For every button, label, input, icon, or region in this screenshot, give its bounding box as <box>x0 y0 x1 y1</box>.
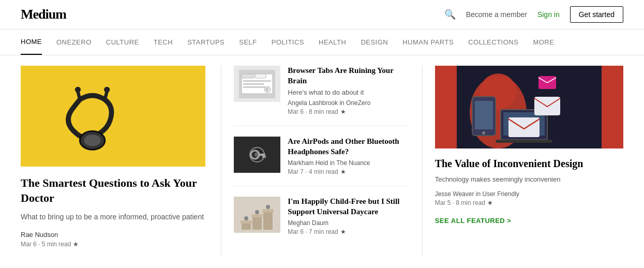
right-featured: The Value of Inconvenient Design Technol… <box>423 66 623 256</box>
svg-rect-10 <box>256 74 266 78</box>
featured-article: The Smartest Questions to Ask Your Docto… <box>21 66 221 256</box>
nav-item-self[interactable]: SELF <box>239 30 257 54</box>
svg-rect-43 <box>508 117 540 137</box>
right-article-title[interactable]: The Value of Inconvenient Design <box>435 157 623 170</box>
svg-rect-25 <box>242 222 251 230</box>
right-meta-text: Mar 5 · 8 min read <box>435 199 485 206</box>
thumb-browser-tabs <box>234 66 280 102</box>
header: Medium 🔍 Become a member Sign in Get sta… <box>0 0 644 29</box>
nav-item-human-parts[interactable]: HUMAN PARTS <box>402 30 454 54</box>
mid-article-3-meta: Mar 6 · 7 min read ★ <box>288 228 409 235</box>
become-member-link[interactable]: Become a member <box>466 10 527 19</box>
mid-article-2-meta: Mar 7 · 4 min read ★ <box>288 168 409 175</box>
right-featured-image <box>435 66 623 148</box>
nav-item-politics[interactable]: POLITICS <box>272 30 304 54</box>
svg-point-39 <box>482 131 485 135</box>
mid-article-2-info: Are AirPods and Other Bluetooth Headphon… <box>288 137 409 175</box>
left-article-title[interactable]: The Smartest Questions to Ask Your Docto… <box>21 176 205 205</box>
svg-point-32 <box>255 210 259 214</box>
left-star-icon: ★ <box>73 241 79 248</box>
right-author: Jesse Weaver in User Friendly <box>435 190 623 198</box>
get-started-button[interactable]: Get started <box>570 6 623 23</box>
mid-article-3-star: ★ <box>340 228 346 235</box>
nav-item-onezero[interactable]: ONEZERO <box>56 30 92 54</box>
mid-article-1: Browser Tabs Are Ruining Your Brain Here… <box>234 66 409 126</box>
svg-rect-29 <box>263 211 273 230</box>
mid-article-1-info: Browser Tabs Are Ruining Your Brain Here… <box>288 66 409 115</box>
nav-item-tech[interactable]: TECH <box>154 30 173 54</box>
thumb-daycare <box>234 197 280 233</box>
mid-article-1-meta: Mar 6 · 8 min read ★ <box>288 108 409 115</box>
svg-rect-26 <box>241 220 252 224</box>
mid-article-3-info: I'm Happily Child-Free but I Still Suppo… <box>288 197 409 235</box>
svg-line-3 <box>78 91 80 99</box>
svg-rect-9 <box>242 74 254 78</box>
nav-item-more[interactable]: MORE <box>533 30 554 54</box>
mid-article-3: I'm Happily Child-Free but I Still Suppo… <box>234 197 409 246</box>
mid-article-2-star: ★ <box>340 168 346 175</box>
mid-article-1-title[interactable]: Browser Tabs Are Ruining Your Brain <box>288 66 409 86</box>
svg-point-5 <box>75 86 81 92</box>
left-meta-text: Mar 6 · 5 min read <box>21 241 71 248</box>
mid-article-2: Are AirPods and Other Bluetooth Headphon… <box>234 137 409 186</box>
mid-article-1-desc: Here's what to do about it <box>288 88 409 96</box>
svg-point-33 <box>266 205 270 209</box>
main-nav: HOME ONEZERO CULTURE TECH STARTUPS SELF … <box>0 29 644 55</box>
svg-rect-30 <box>262 209 274 212</box>
mid-article-1-author: Angela Lashbrook in OneZero <box>288 99 409 107</box>
svg-point-31 <box>244 216 248 220</box>
sign-in-link[interactable]: Sign in <box>537 10 560 19</box>
mid-article-2-meta-text: Mar 7 · 4 min read <box>288 168 338 175</box>
main-content: The Smartest Questions to Ask Your Docto… <box>0 55 644 266</box>
mid-article-2-author: Markham Heid in The Nuance <box>288 159 409 167</box>
nav-item-design[interactable]: DESIGN <box>361 30 388 54</box>
mid-article-3-author: Meghan Daum <box>288 219 409 227</box>
nav-item-collections[interactable]: COLLECTIONS <box>468 30 518 54</box>
right-article-desc: Technology makes seemingly inconvenien <box>435 175 623 183</box>
mid-article-1-star: ★ <box>340 108 346 115</box>
left-article-subtitle: What to bring up to be a more informed, … <box>21 212 205 222</box>
logo: Medium <box>21 7 66 22</box>
svg-point-2 <box>84 135 100 146</box>
svg-rect-11 <box>243 80 271 82</box>
right-star-icon: ★ <box>487 199 493 206</box>
nav-item-health[interactable]: HEALTH <box>319 30 346 54</box>
mid-article-1-meta-text: Mar 6 · 8 min read <box>288 108 338 115</box>
svg-rect-23 <box>264 156 266 158</box>
svg-rect-38 <box>475 101 493 129</box>
right-meta: Mar 5 · 8 min read ★ <box>435 199 623 206</box>
svg-point-6 <box>104 86 110 92</box>
mid-article-2-title[interactable]: Are AirPods and Other Bluetooth Headphon… <box>288 137 409 157</box>
thumb-airpods <box>234 137 280 173</box>
mid-article-3-meta-text: Mar 6 · 7 min read <box>288 228 338 235</box>
nav-item-startups[interactable]: STARTUPS <box>187 30 224 54</box>
svg-rect-21 <box>258 154 265 156</box>
header-right: 🔍 Become a member Sign in Get started <box>444 6 623 23</box>
svg-rect-12 <box>243 83 264 85</box>
svg-rect-42 <box>496 140 552 143</box>
svg-rect-27 <box>252 216 262 230</box>
see-all-featured-link[interactable]: SEE ALL FEATURED > <box>435 217 623 225</box>
svg-line-4 <box>105 91 107 99</box>
article-list: Browser Tabs Are Ruining Your Brain Here… <box>221 66 422 256</box>
svg-rect-22 <box>262 156 264 158</box>
left-meta: Mar 6 · 5 min read ★ <box>21 241 205 248</box>
svg-rect-28 <box>251 214 263 217</box>
left-author: Rae Nudson <box>21 231 205 239</box>
search-icon[interactable]: 🔍 <box>444 9 456 20</box>
featured-image <box>21 66 205 167</box>
nav-item-home[interactable]: HOME <box>21 29 42 55</box>
nav-item-culture[interactable]: CULTURE <box>106 30 139 54</box>
mid-article-3-title[interactable]: I'm Happily Child-Free but I Still Suppo… <box>288 197 409 217</box>
